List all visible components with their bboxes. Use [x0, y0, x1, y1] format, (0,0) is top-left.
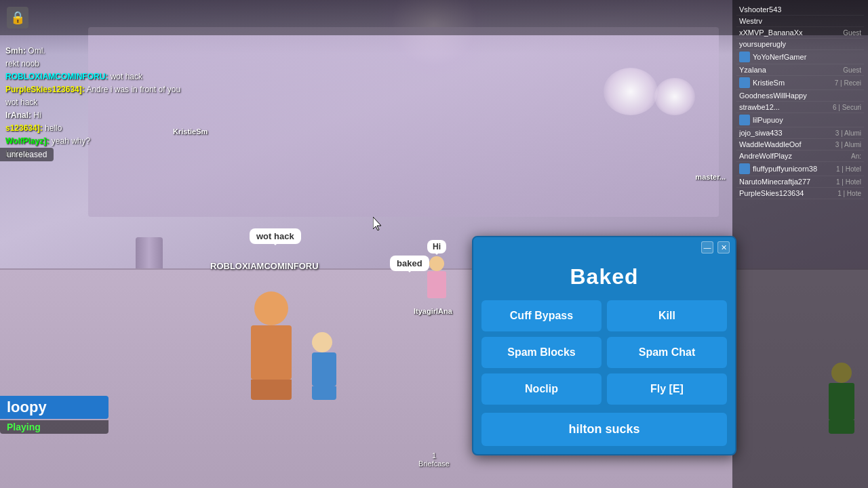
player-list: Vshooter543WestrvxXMVP_BananaXxGuestyour…	[732, 0, 868, 488]
chat-line: rekt noob	[5, 58, 225, 70]
hi-bubble: Hi	[427, 240, 446, 253]
status-display: Playing	[0, 420, 108, 434]
noclip-button[interactable]: Noclip	[481, 373, 601, 405]
fly-button[interactable]: Fly [E]	[607, 373, 727, 405]
player-name: NarutoMinecraftja277	[739, 178, 833, 186]
chat-line: wot hack	[5, 96, 225, 108]
player-entry: KristieSm7 | Recei	[736, 76, 864, 90]
player-badge: 6 | Securi	[833, 104, 861, 111]
unreleased-badge: unreleased	[0, 148, 54, 161]
chat-username: IrAnal:	[5, 110, 31, 120]
cuff-bypass-button[interactable]: Cuff Bypass	[481, 300, 601, 331]
chat-username: PurpleSkies123634]:	[5, 85, 85, 94]
player-name: GoodnessWillHappy	[739, 92, 861, 100]
hack-menu-buttons-grid: Cuff BypassKillSpam BlocksSpam ChatNocli…	[473, 300, 735, 413]
player-name: strawbe12...	[739, 103, 830, 111]
player-entry: xXMVP_BananaXxGuest	[736, 27, 864, 39]
chat-line: ROBLOXIAMCOMINFORU: wot hack	[5, 70, 225, 83]
player-name: xXMVP_BananaXx	[739, 28, 840, 37]
player-name: Yzalana	[739, 66, 840, 74]
player-badge: 3 | Alumi	[835, 141, 861, 148]
player-entry: lilPupuoy	[736, 113, 864, 127]
player-name: yoursuperugly	[739, 40, 861, 48]
spam-chat-button[interactable]: Spam Chat	[607, 337, 727, 368]
player-badge: 1 | Hote	[837, 190, 861, 197]
middle-character: Hi	[427, 240, 446, 298]
wot-hack-bubble: wot hack	[250, 228, 301, 244]
player-badge: 1 | Hotel	[836, 165, 861, 173]
bottom-number: 1	[432, 451, 436, 460]
username-display: loopy	[0, 396, 108, 419]
player-entry: yoursuperugly	[736, 39, 864, 50]
player-name: KristieSm	[753, 79, 832, 87]
player-badge: Guest	[843, 66, 861, 74]
player-entry: fluffypuffyunicorn381 | Hotel	[736, 162, 864, 176]
orange-character	[251, 291, 292, 400]
chat-line: IrAnal: Hi	[5, 109, 225, 121]
player-name: lilPupuoy	[753, 116, 861, 124]
chat-line: Smh: Oml.	[5, 45, 225, 57]
player-badge: Guest	[843, 29, 861, 37]
player-badge: 3 | Alumi	[835, 129, 861, 137]
player-entry: PurpleSkies1236341 | Hote	[736, 188, 864, 199]
chat-line: s123634]: hello	[5, 122, 225, 134]
chat-username: Smh:	[5, 46, 26, 56]
player-name: WaddleWaddleOof	[739, 140, 833, 148]
player-entry: GoodnessWillHappy	[736, 90, 864, 102]
player-entry: NarutoMinecraftja2771 | Hotel	[736, 176, 864, 188]
chat-username: ROBLOXIAMCOMINFORU:	[5, 72, 108, 81]
hack-menu-bottom: hilton sucks	[473, 413, 735, 454]
player-entry: AndreWolfPlayzAn:	[736, 150, 864, 162]
player-entry: Westrv	[736, 16, 864, 27]
hack-menu-title: Baked	[473, 258, 735, 300]
player-entry: YoYoNerfGamer	[736, 50, 864, 64]
minimize-button[interactable]: —	[701, 241, 713, 253]
player-entry: WaddleWaddleOof3 | Alumi	[736, 139, 864, 150]
kill-button[interactable]: Kill	[607, 300, 727, 331]
player-name: Westrv	[739, 17, 861, 25]
player-name: jojo_siwa433	[739, 129, 833, 137]
player-badge: 1 | Hotel	[836, 178, 861, 186]
player-name: PurpleSkies123634	[739, 189, 835, 197]
spam-blocks-button[interactable]: Spam Blocks	[481, 337, 601, 368]
player-entry: strawbe12...6 | Securi	[736, 102, 864, 113]
chat-username: s123634]:	[5, 123, 43, 133]
close-button[interactable]: ✕	[717, 241, 730, 253]
chat-username: WolfPlayz]:	[5, 136, 49, 146]
lock-icon: 🔒	[7, 7, 28, 28]
player-name: YoYoNerfGamer	[753, 53, 861, 61]
chat-panel: Smh: Oml. rekt noob ROBLOXIAMCOMINFORU: …	[0, 41, 231, 165]
player-name: Vshooter543	[739, 5, 861, 14]
player-badge: An:	[851, 152, 861, 160]
blue-character	[312, 332, 336, 400]
player-list-container: Vshooter543WestrvxXMVP_BananaXxGuestyour…	[736, 4, 864, 199]
itya-label: ItyagirlAna	[414, 307, 452, 315]
player-name: AndreWolfPlayz	[739, 152, 848, 160]
player-name: fluffypuffyunicorn38	[753, 165, 833, 173]
player-entry: jojo_siwa4333 | Alumi	[736, 127, 864, 139]
player-entry: YzalanaGuest	[736, 64, 864, 76]
player-avatar	[739, 52, 750, 62]
player-avatar	[739, 115, 750, 125]
player-badge: 7 | Recei	[835, 79, 861, 87]
user-info: loopy Playing	[0, 396, 108, 434]
hack-menu-dialog: — ✕ Baked Cuff BypassKillSpam BlocksSpam…	[472, 236, 736, 455]
baked-bubble: baked	[390, 256, 429, 271]
hilton-sucks-button[interactable]: hilton sucks	[481, 413, 727, 446]
hack-menu-titlebar: — ✕	[473, 237, 735, 258]
player-avatar	[739, 163, 750, 174]
bottom-center: 1 Briefcase	[418, 451, 450, 468]
chat-line: WolfPlayz]: yeah why?	[5, 135, 225, 147]
bottom-label: Briefcase	[418, 460, 450, 468]
player-avatar	[739, 77, 750, 88]
roblox-char-label: ROBLOXIAMCOMINFORU	[210, 261, 319, 271]
master-label: master...	[695, 173, 726, 181]
player-entry: Vshooter543	[736, 4, 864, 16]
chat-line: PurpleSkies123634]: Andre i was in front…	[5, 83, 225, 96]
